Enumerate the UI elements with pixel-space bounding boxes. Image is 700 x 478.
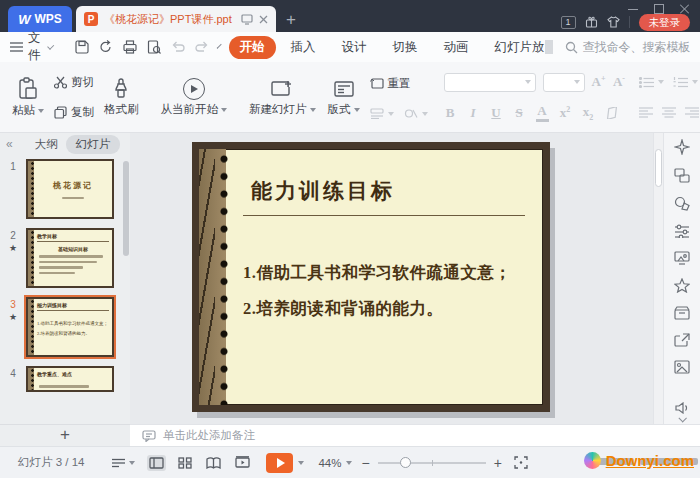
close-document-icon[interactable]	[259, 15, 268, 24]
star-resources-icon[interactable]	[674, 278, 690, 293]
object-properties-icon[interactable]	[674, 224, 690, 238]
font-color-button[interactable]: A	[536, 103, 549, 122]
superscript-button[interactable]: x2	[559, 105, 572, 121]
normal-view-button[interactable]	[147, 455, 166, 471]
new-tab-button[interactable]: +	[286, 11, 296, 28]
tab-design[interactable]: 设计	[331, 36, 378, 59]
notification-badge[interactable]: 1	[561, 16, 576, 29]
maximize-button[interactable]	[654, 4, 664, 14]
smart-features-icon[interactable]	[674, 139, 690, 155]
tab-transition[interactable]: 切换	[382, 36, 429, 59]
undo-icon[interactable]	[171, 41, 185, 53]
align-left-icon[interactable]	[639, 107, 653, 118]
font-family-select[interactable]	[444, 73, 536, 92]
italic-button[interactable]: I	[467, 105, 480, 121]
slide-sorter-view-button[interactable]	[176, 455, 194, 471]
slide-canvas[interactable]: 能力训练目标 1.借助工具书和学习软件疏通文意； 2.培养朗读和背诵的能力。	[130, 133, 653, 424]
fit-slide-button[interactable]	[512, 454, 530, 471]
tab-home[interactable]: 开始	[229, 36, 276, 59]
slide-thumbnail-2[interactable]: 2 ★ 教学目标 基础知识目标	[0, 228, 130, 288]
print-icon[interactable]	[123, 40, 137, 54]
export-icon[interactable]	[99, 40, 113, 54]
thumb-heading: 基础知识目标	[37, 246, 109, 252]
slide-body[interactable]: 1.借助工具书和学习软件疏通文意； 2.培养朗读和背诵的能力。	[243, 262, 529, 320]
zoom-track[interactable]	[378, 462, 486, 464]
strikethrough-button[interactable]: S	[513, 105, 526, 121]
slide-thumbnail-4[interactable]: 4 教学重点、难点	[0, 366, 130, 392]
shrink-font-button[interactable]: A-	[612, 74, 625, 90]
align-right-icon[interactable]	[685, 107, 699, 118]
panel-scrollbar[interactable]	[123, 161, 129, 256]
share-icon[interactable]	[674, 333, 690, 347]
slide-thumbnail-1[interactable]: 1 桃花源记	[0, 159, 130, 219]
read-aloud-icon[interactable]	[675, 402, 690, 414]
numbered-list-icon[interactable]	[673, 77, 688, 88]
underline-button[interactable]: U	[490, 105, 503, 121]
slide[interactable]: 能力训练目标 1.借助工具书和学习软件疏通文意； 2.培养朗读和背诵的能力。	[192, 142, 550, 412]
slideshow-view-button[interactable]	[233, 454, 252, 471]
grow-font-button[interactable]: A+	[592, 74, 606, 90]
play-slideshow-button[interactable]	[266, 453, 293, 473]
image-tools-icon[interactable]	[674, 360, 690, 374]
wps-home-tab[interactable]: W WPS	[8, 6, 72, 32]
start-from-current-button[interactable]: 从当前开始	[155, 75, 234, 120]
share-screen-icon[interactable]	[241, 14, 253, 25]
canvas-scrollbar[interactable]	[653, 133, 663, 424]
font-size-select[interactable]	[543, 73, 585, 92]
tab-insert[interactable]: 插入	[280, 36, 327, 59]
play-options-dropdown-icon[interactable]	[298, 461, 304, 465]
tab-slideshow[interactable]: 幻灯片放	[484, 36, 547, 59]
notes-placeholder: 单击此处添加备注	[163, 428, 255, 443]
notes-toggle-icon[interactable]	[110, 456, 137, 470]
menu-bar: 文件 开始 插入 设计 切换 动画 幻灯片放 查找命令、搜索模板 ?	[0, 32, 700, 62]
reading-view-button[interactable]	[204, 455, 223, 471]
slide-title[interactable]: 能力训练目标	[251, 177, 529, 205]
zoom-level[interactable]: 44%	[318, 457, 351, 469]
close-window-button[interactable]	[680, 4, 690, 14]
save-icon[interactable]	[75, 40, 89, 54]
gift-icon[interactable]	[585, 16, 598, 28]
notes-bar[interactable]: 单击此处添加备注	[130, 424, 700, 446]
zoom-out-button[interactable]: −	[362, 456, 370, 470]
paste-button[interactable]: 粘贴	[6, 74, 50, 121]
clear-format-icon[interactable]	[605, 107, 619, 119]
outline-tab[interactable]: 大纲	[35, 137, 58, 152]
material-box-icon[interactable]	[674, 306, 690, 320]
copy-button[interactable]: 复制	[50, 103, 98, 122]
layout-button[interactable]: 版式	[322, 75, 366, 120]
shapes-copy-icon[interactable]	[674, 168, 690, 183]
bullet-list-icon[interactable]	[639, 77, 654, 88]
insert-shape-icon[interactable]	[674, 196, 690, 211]
add-slide-button[interactable]: +	[0, 424, 130, 446]
zoom-in-button[interactable]: +	[494, 456, 502, 470]
align-center-icon[interactable]	[662, 107, 676, 118]
cut-button[interactable]: 剪切	[50, 73, 98, 92]
bullet-2: 2.培养朗读和背诵的能力。	[243, 298, 529, 320]
skin-icon[interactable]	[607, 16, 620, 28]
document-tab[interactable]: P 《桃花源记》PPT课件.ppt	[76, 6, 276, 32]
section-button[interactable]	[366, 106, 432, 121]
notes-row: + 单击此处添加备注	[0, 424, 700, 446]
minimize-button[interactable]	[628, 4, 638, 14]
login-button[interactable]: 未登录	[639, 14, 691, 31]
format-painter-button[interactable]: 格式刷	[98, 75, 145, 120]
subscript-button[interactable]: x2	[582, 104, 595, 122]
scrollbar-thumb[interactable]	[655, 149, 662, 187]
tab-scroll-button[interactable]	[545, 40, 553, 54]
zoom-knob[interactable]	[400, 457, 411, 468]
collapse-strip-icon[interactable]	[678, 414, 686, 422]
collapse-panel-icon[interactable]: «	[6, 137, 13, 151]
print-preview-icon[interactable]	[147, 40, 161, 54]
quick-access-dropdown-icon[interactable]	[216, 44, 221, 49]
command-search[interactable]: 查找命令、搜索模板	[565, 39, 691, 56]
bullet-1: 1.借助工具书和学习软件疏通文意；	[243, 262, 529, 284]
slides-tab[interactable]: 幻灯片	[66, 135, 121, 154]
redo-icon[interactable]	[195, 41, 209, 53]
new-slide-button[interactable]: 新建幻灯片	[243, 75, 322, 120]
reset-button[interactable]: 重置	[366, 74, 432, 93]
file-menu[interactable]: 文件	[10, 30, 52, 64]
slide-design-icon[interactable]	[674, 251, 690, 265]
bold-button[interactable]: B	[444, 105, 457, 121]
tab-animation[interactable]: 动画	[433, 36, 480, 59]
slide-thumbnail-3-selected[interactable]: 3 ★ 能力训练目标 1.借助工具书和学习软件疏通文意； 2.培养朗读和背诵的能…	[0, 297, 130, 357]
